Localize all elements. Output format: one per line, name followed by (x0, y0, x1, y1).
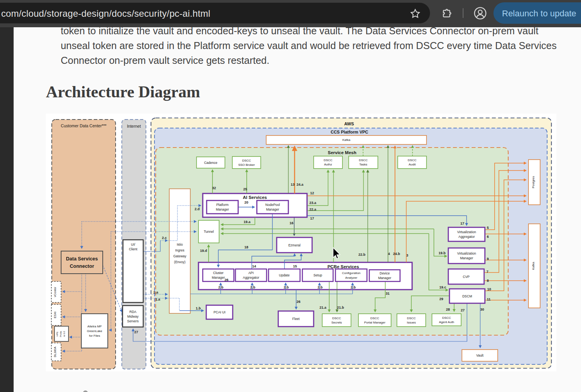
svg-text:2.c: 2.c (162, 236, 167, 240)
svg-text:2.b: 2.b (284, 285, 289, 289)
svg-text:2.b: 2.b (351, 285, 356, 289)
svg-text:Cluster: Cluster (213, 271, 224, 275)
svg-text:Fleet: Fleet (292, 317, 300, 321)
svg-text:GreenLake: GreenLake (87, 329, 102, 333)
svg-text:6: 6 (487, 235, 489, 239)
svg-text:Aggregator: Aggregator (243, 276, 259, 279)
svg-text:CCS Platform VPC: CCS Platform VPC (331, 130, 369, 134)
svg-text:Agent Auth: Agent Auth (439, 320, 454, 324)
svg-text:4: 4 (388, 252, 390, 256)
svg-text:UI/: UI/ (131, 243, 136, 246)
svg-text:DL380A: DL380A (53, 346, 57, 357)
svg-text:30: 30 (480, 308, 484, 311)
svg-text:8: 8 (487, 279, 489, 283)
svg-text:17: 17 (310, 216, 314, 220)
svg-text:Aggregator: Aggregator (458, 235, 475, 239)
svg-text:DSCC: DSCC (332, 316, 341, 320)
svg-text:Client: Client (129, 247, 137, 251)
svg-text:19.a: 19.a (244, 220, 251, 224)
svg-text:Update: Update (279, 273, 290, 277)
svg-text:26: 26 (297, 300, 300, 304)
svg-text:Audit: Audit (409, 163, 416, 166)
svg-text:1.b: 1.b (196, 306, 201, 310)
svg-text:12: 12 (310, 191, 314, 195)
svg-text:Secrets: Secrets (331, 321, 342, 324)
svg-text:RDA: RDA (130, 310, 137, 314)
svg-text:Postgres: Postgres (532, 176, 535, 188)
svg-text:Service Mesh: Service Mesh (328, 150, 356, 155)
svg-text:Virtualization: Virtualization (457, 230, 476, 234)
svg-text:19.c: 19.c (439, 285, 446, 289)
svg-text:27: 27 (461, 308, 465, 312)
svg-text:for Files: for Files (89, 334, 100, 338)
svg-text:19.d: 19.d (200, 249, 207, 253)
svg-text:Gateway: Gateway (173, 254, 186, 258)
svg-text:25: 25 (243, 187, 247, 191)
svg-text:DSCC: DSCC (242, 159, 251, 162)
svg-text:3: 3 (406, 253, 408, 257)
svg-text:Configuration: Configuration (342, 271, 361, 275)
svg-text:19.b: 19.b (439, 251, 446, 255)
svg-text:DSCC: DSCC (370, 316, 379, 320)
svg-text:Cadence: Cadence (204, 161, 217, 165)
svg-text:22.b: 22.b (358, 253, 366, 257)
svg-text:AI Services: AI Services (243, 195, 267, 200)
svg-text:13: 13 (291, 183, 295, 186)
svg-text:Tasks: Tasks (359, 163, 367, 166)
svg-text:CVP: CVP (463, 275, 470, 279)
svg-text:HPE: HPE (56, 332, 58, 336)
svg-text:20: 20 (244, 200, 248, 204)
svg-text:1.a: 1.a (155, 297, 161, 301)
svg-text:Ingres: Ingres (175, 248, 184, 252)
svg-text:2.a: 2.a (153, 290, 159, 294)
svg-text:Customer Data Center***: Customer Data Center*** (61, 123, 106, 128)
svg-text:Ezmeral: Ezmeral (288, 243, 300, 247)
svg-text:Portal Manager: Portal Manager (364, 321, 386, 324)
svg-text:(Envoy): (Envoy) (174, 260, 185, 264)
svg-text:11: 11 (487, 297, 491, 301)
svg-text:15: 15 (293, 264, 297, 268)
svg-text:2.d: 2.d (195, 207, 200, 211)
svg-text:DSCM: DSCM (462, 294, 472, 298)
svg-text:Connector: Connector (70, 264, 94, 269)
svg-text:14: 14 (252, 264, 256, 268)
svg-text:DSCC: DSCC (324, 158, 333, 162)
svg-text:32: 32 (212, 186, 216, 190)
svg-text:23.a: 23.a (309, 201, 317, 205)
svg-text:Midway: Midway (127, 315, 139, 318)
svg-text:DSCC: DSCC (408, 158, 417, 162)
svg-text:2.b: 2.b (250, 285, 256, 289)
svg-text:Device: Device (380, 271, 390, 275)
svg-text:Platform: Platform (216, 203, 229, 207)
svg-text:Manager: Manager (212, 276, 225, 279)
svg-text:Analyzer: Analyzer (345, 276, 357, 279)
svg-text:Kafka: Kafka (342, 138, 351, 142)
svg-text:NodePool: NodePool (265, 203, 280, 207)
svg-text:Setup: Setup (313, 273, 322, 277)
svg-text:10: 10 (487, 287, 491, 291)
svg-text:PCBe Services: PCBe Services (327, 264, 359, 269)
svg-text:24.a: 24.a (297, 183, 304, 186)
svg-text:2.b: 2.b (218, 285, 224, 289)
svg-text:26: 26 (225, 278, 228, 282)
svg-text:Manager: Manager (460, 256, 473, 260)
svg-text:ESXi: ESXi (53, 311, 57, 318)
svg-text:24.b: 24.b (393, 252, 400, 256)
svg-text:Alletra MP: Alletra MP (88, 325, 102, 328)
svg-text:31: 31 (386, 292, 390, 295)
svg-text:Servers: Servers (127, 319, 139, 323)
svg-text:18: 18 (244, 245, 248, 249)
svg-text:Authz: Authz (324, 163, 332, 166)
svg-text:9: 9 (487, 257, 489, 261)
svg-text:SSO Broker: SSO Broker (238, 163, 255, 167)
svg-text:Tunnel: Tunnel (204, 230, 214, 234)
svg-text:DSCC: DSCC (359, 158, 368, 162)
svg-text:21.b: 21.b (337, 306, 344, 309)
svg-text:17: 17 (460, 221, 464, 225)
svg-text:DSCC: DSCC (442, 316, 451, 320)
svg-text:Prolia: Prolia (60, 331, 62, 337)
svg-text:29: 29 (439, 297, 443, 301)
svg-text:Issues: Issues (407, 321, 416, 324)
svg-text:Manager: Manager (216, 207, 229, 211)
svg-text:Manager: Manager (378, 276, 391, 280)
